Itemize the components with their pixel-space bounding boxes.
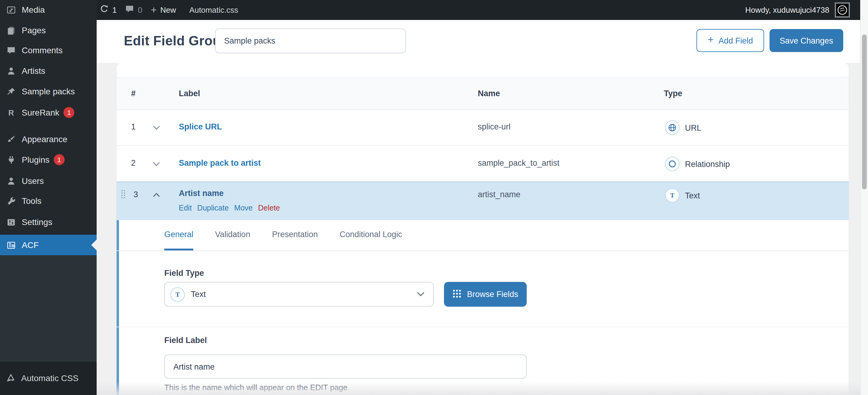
comments-count[interactable]: 0 xyxy=(138,5,142,15)
field-type-cell: URL xyxy=(665,120,701,135)
row-number: 3 xyxy=(133,190,138,199)
browse-fields-button[interactable]: Browse Fields xyxy=(444,282,527,307)
sidebar-item-users[interactable]: Users xyxy=(0,171,97,191)
sidebar-item-plugins[interactable]: Plugins 1 xyxy=(0,149,97,170)
sidebar-item-label: ACF xyxy=(22,240,39,250)
tab-presentation[interactable]: Presentation xyxy=(272,220,318,250)
column-number: # xyxy=(131,78,135,110)
column-type: Type xyxy=(664,78,682,110)
chevron-down-icon xyxy=(417,290,425,299)
column-name: Name xyxy=(478,78,500,110)
automatic-css-logo-icon xyxy=(6,373,16,383)
wordpress-acf-edit-field-group-screen: 1 0 + New Automatic.css Howdy, xuduwujuc… xyxy=(0,0,868,395)
pages-icon xyxy=(7,26,16,35)
grid-dots-icon xyxy=(453,289,462,300)
sidebar-footer: Automatic CSS xyxy=(0,362,97,395)
pushpin-icon xyxy=(7,87,16,96)
chevron-down-icon[interactable] xyxy=(153,123,160,130)
row-number: 1 xyxy=(131,109,135,145)
sidebar-item-comments[interactable]: Comments xyxy=(0,40,97,60)
acf-header-bar: Edit Field Group + Add Field Save Change… xyxy=(97,20,860,63)
sidebar-item-label: Artists xyxy=(22,66,45,76)
notification-badge: 1 xyxy=(54,154,65,165)
sidebar-item-label: Plugins xyxy=(22,155,50,165)
field-type-select[interactable]: T Text xyxy=(164,282,434,307)
updates-count[interactable]: 1 xyxy=(112,5,117,15)
drag-handle-icon[interactable] xyxy=(120,189,127,199)
add-field-button[interactable]: + Add Field xyxy=(696,29,764,52)
text-field-icon: T xyxy=(665,188,680,203)
settings-sliders-icon xyxy=(7,218,16,227)
field-label-help-text: This is the name which will appear on th… xyxy=(164,383,348,392)
comment-bubble-icon xyxy=(125,4,134,16)
sidebar-item-label: Settings xyxy=(22,217,52,227)
save-changes-button[interactable]: Save Changes xyxy=(770,29,843,52)
sidebar-item-label: Comments xyxy=(22,45,63,55)
howdy-account-menu[interactable]: Howdy, xuduwujuci4738 xyxy=(745,5,829,15)
automatic-css-menu[interactable]: Automatic.css xyxy=(189,5,238,15)
sidebar-item-label: Sample packs xyxy=(22,86,75,96)
sidebar-item-pages[interactable]: Pages xyxy=(0,20,97,40)
delete-field-link[interactable]: Delete xyxy=(258,204,280,212)
person-icon xyxy=(7,66,16,75)
field-label-link[interactable]: Splice URL xyxy=(179,122,222,131)
sidebar-item-sample-packs[interactable]: Sample packs xyxy=(0,81,97,102)
section-divider xyxy=(117,327,849,327)
field-row-artist-name: 3 Artist name Edit Duplicate Move Delete… xyxy=(117,181,849,221)
comments-menu[interactable]: 0 xyxy=(125,4,142,16)
sidebar-item-label: SureRank xyxy=(22,108,60,117)
sidebar-item-appearance[interactable]: Appearance xyxy=(0,129,97,149)
svg-text:T: T xyxy=(670,192,674,199)
field-label-input[interactable] xyxy=(164,355,527,379)
field-settings-tabs: General Validation Presentation Conditio… xyxy=(117,220,849,251)
sidebar-item-surerank[interactable]: R SureRank 1 xyxy=(0,102,97,123)
new-content-menu[interactable]: + New xyxy=(151,5,176,15)
admin-bar: 1 0 + New Automatic.css Howdy, xuduwujuc… xyxy=(0,0,860,20)
tab-validation[interactable]: Validation xyxy=(215,220,250,250)
scrollbar-track[interactable] xyxy=(860,0,868,395)
sidebar-item-label: Automatic CSS xyxy=(21,373,79,383)
chevron-down-icon[interactable] xyxy=(153,160,160,166)
media-icon xyxy=(7,5,16,14)
wrench-icon xyxy=(7,196,16,205)
tab-conditional-logic[interactable]: Conditional Logic xyxy=(339,220,402,250)
sidebar-item-artists[interactable]: Artists xyxy=(0,60,97,81)
admin-sidebar: Media Pages Comments Artists Sample pack xyxy=(0,0,97,395)
duplicate-field-link[interactable]: Duplicate xyxy=(197,204,229,212)
field-row-sample-pack-to-artist: 2 Sample pack to artist sample_pack_to_a… xyxy=(117,145,849,182)
sidebar-item-label: Media xyxy=(22,5,45,15)
paintbrush-icon xyxy=(7,135,16,144)
plus-icon: + xyxy=(151,5,157,15)
field-type-cell: T Text xyxy=(665,188,700,203)
field-name: artist_name xyxy=(478,190,520,199)
tab-general[interactable]: General xyxy=(164,220,193,250)
new-label[interactable]: New xyxy=(160,5,176,15)
acf-icon xyxy=(7,241,16,250)
sidebar-item-media[interactable]: Media xyxy=(0,0,97,20)
add-field-label: Add Field xyxy=(718,36,753,45)
field-label-link[interactable]: Artist name xyxy=(179,189,224,198)
sidebar-item-tools[interactable]: Tools xyxy=(0,191,97,211)
field-label-link[interactable]: Sample pack to artist xyxy=(179,159,261,168)
sidebar-item-acf[interactable]: ACF xyxy=(0,235,97,255)
chevron-up-icon[interactable] xyxy=(153,191,160,197)
field-settings-panel: General Validation Presentation Conditio… xyxy=(117,220,849,395)
sidebar-item-label: Appearance xyxy=(22,134,67,144)
sidebar-item-settings[interactable]: Settings xyxy=(0,212,97,232)
surerank-logo-icon: R xyxy=(7,108,16,117)
edit-field-link[interactable]: Edit xyxy=(179,204,192,212)
field-type-label: Text xyxy=(685,191,700,200)
scrollbar-thumb[interactable] xyxy=(862,34,867,189)
field-name: sample_pack_to_artist xyxy=(478,145,559,181)
save-changes-label: Save Changes xyxy=(779,36,833,45)
sidebar-item-automatic-css[interactable]: Automatic CSS xyxy=(0,369,97,387)
svg-text:T: T xyxy=(176,291,180,298)
fields-table-header: # Label Name Type xyxy=(117,78,849,110)
sidebar-item-label: Users xyxy=(22,176,44,186)
updates-menu[interactable]: 1 xyxy=(100,4,117,16)
avatar[interactable] xyxy=(835,2,850,18)
page-title: Edit Field Group xyxy=(124,33,229,49)
row-actions: Edit Duplicate Move Delete xyxy=(179,204,280,212)
move-field-link[interactable]: Move xyxy=(234,204,252,212)
field-group-name-input[interactable] xyxy=(215,28,406,53)
